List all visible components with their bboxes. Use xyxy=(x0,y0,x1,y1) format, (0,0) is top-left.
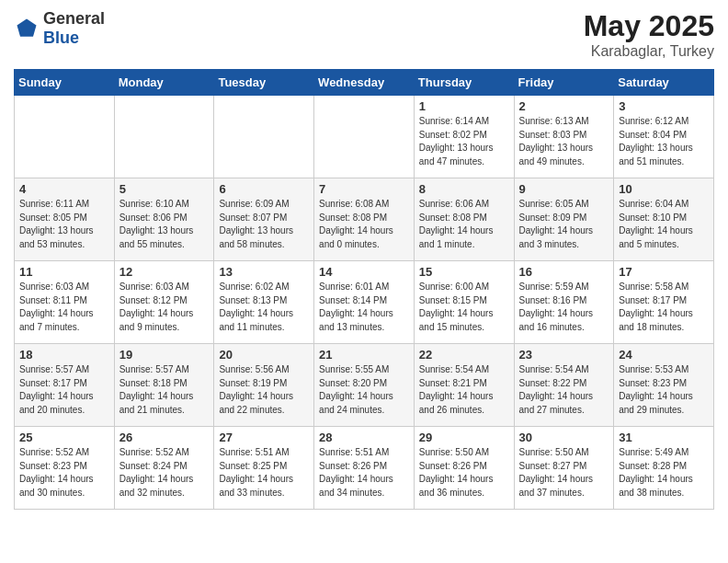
day-number: 12 xyxy=(119,265,210,279)
day-number: 1 xyxy=(419,99,509,113)
day-info: Sunrise: 5:52 AM Sunset: 8:24 PM Dayligh… xyxy=(119,446,210,500)
day-info: Sunrise: 5:57 AM Sunset: 8:17 PM Dayligh… xyxy=(19,363,109,417)
day-number: 17 xyxy=(619,265,709,279)
day-number: 22 xyxy=(419,348,509,362)
logo-icon xyxy=(14,16,40,41)
day-number: 9 xyxy=(519,182,609,196)
day-cell: 24Sunrise: 5:53 AM Sunset: 8:23 PM Dayli… xyxy=(614,344,714,427)
day-cell: 27Sunrise: 5:51 AM Sunset: 8:25 PM Dayli… xyxy=(214,427,314,510)
calendar-table: SundayMondayTuesdayWednesdayThursdayFrid… xyxy=(14,69,714,510)
weekday-header-wednesday: Wednesday xyxy=(314,70,415,96)
day-number: 27 xyxy=(219,431,309,444)
day-cell: 5Sunrise: 6:10 AM Sunset: 8:06 PM Daylig… xyxy=(114,178,214,261)
day-number: 24 xyxy=(619,348,709,362)
day-info: Sunrise: 5:54 AM Sunset: 8:21 PM Dayligh… xyxy=(419,363,509,417)
calendar-location: Karabaglar, Turkey xyxy=(584,43,714,60)
day-number: 15 xyxy=(419,265,509,279)
day-cell: 13Sunrise: 6:02 AM Sunset: 8:13 PM Dayli… xyxy=(214,261,314,344)
day-cell xyxy=(114,96,214,178)
day-info: Sunrise: 6:02 AM Sunset: 8:13 PM Dayligh… xyxy=(219,281,309,334)
calendar-title: May 2025 xyxy=(584,9,714,43)
day-number: 5 xyxy=(119,182,210,196)
day-cell: 10Sunrise: 6:04 AM Sunset: 8:10 PM Dayli… xyxy=(614,178,714,261)
day-number: 14 xyxy=(319,265,409,279)
day-number: 19 xyxy=(119,348,210,362)
day-cell: 21Sunrise: 5:55 AM Sunset: 8:20 PM Dayli… xyxy=(314,344,415,427)
day-info: Sunrise: 5:58 AM Sunset: 8:17 PM Dayligh… xyxy=(619,281,709,334)
day-info: Sunrise: 6:14 AM Sunset: 8:02 PM Dayligh… xyxy=(419,115,509,168)
day-info: Sunrise: 6:11 AM Sunset: 8:05 PM Dayligh… xyxy=(19,198,109,251)
day-number: 16 xyxy=(519,265,609,279)
day-cell: 28Sunrise: 5:51 AM Sunset: 8:26 PM Dayli… xyxy=(314,427,415,510)
day-cell: 9Sunrise: 6:05 AM Sunset: 8:09 PM Daylig… xyxy=(514,178,614,261)
day-info: Sunrise: 5:52 AM Sunset: 8:23 PM Dayligh… xyxy=(19,446,109,500)
weekday-header-sunday: Sunday xyxy=(15,70,115,96)
day-cell: 19Sunrise: 5:57 AM Sunset: 8:18 PM Dayli… xyxy=(114,344,214,427)
day-info: Sunrise: 5:53 AM Sunset: 8:23 PM Dayligh… xyxy=(619,363,709,417)
day-number: 23 xyxy=(519,348,609,362)
day-info: Sunrise: 6:09 AM Sunset: 8:07 PM Dayligh… xyxy=(219,198,309,251)
weekday-header-saturday: Saturday xyxy=(614,70,714,96)
day-cell: 25Sunrise: 5:52 AM Sunset: 8:23 PM Dayli… xyxy=(15,427,115,510)
day-number: 31 xyxy=(619,431,709,444)
day-info: Sunrise: 5:50 AM Sunset: 8:26 PM Dayligh… xyxy=(419,446,509,500)
day-info: Sunrise: 6:12 AM Sunset: 8:04 PM Dayligh… xyxy=(619,115,709,168)
day-number: 13 xyxy=(219,265,309,279)
day-info: Sunrise: 5:51 AM Sunset: 8:25 PM Dayligh… xyxy=(219,446,309,500)
day-cell: 1Sunrise: 6:14 AM Sunset: 8:02 PM Daylig… xyxy=(414,96,514,178)
day-info: Sunrise: 6:03 AM Sunset: 8:11 PM Dayligh… xyxy=(19,281,109,334)
day-info: Sunrise: 5:57 AM Sunset: 8:18 PM Dayligh… xyxy=(119,363,210,417)
page-header: General Blue May 2025 Karabaglar, Turkey xyxy=(14,9,714,60)
day-number: 2 xyxy=(519,99,609,113)
day-cell: 11Sunrise: 6:03 AM Sunset: 8:11 PM Dayli… xyxy=(15,261,115,344)
week-row-3: 11Sunrise: 6:03 AM Sunset: 8:11 PM Dayli… xyxy=(15,261,714,344)
day-cell: 16Sunrise: 5:59 AM Sunset: 8:16 PM Dayli… xyxy=(514,261,614,344)
day-cell: 3Sunrise: 6:12 AM Sunset: 8:04 PM Daylig… xyxy=(614,96,714,178)
title-block: May 2025 Karabaglar, Turkey xyxy=(584,9,714,60)
week-row-2: 4Sunrise: 6:11 AM Sunset: 8:05 PM Daylig… xyxy=(15,178,714,261)
weekday-header-monday: Monday xyxy=(114,70,214,96)
day-info: Sunrise: 5:49 AM Sunset: 8:28 PM Dayligh… xyxy=(619,446,709,500)
day-cell: 4Sunrise: 6:11 AM Sunset: 8:05 PM Daylig… xyxy=(15,178,115,261)
day-info: Sunrise: 6:10 AM Sunset: 8:06 PM Dayligh… xyxy=(119,198,210,251)
day-number: 11 xyxy=(19,265,109,279)
day-cell: 2Sunrise: 6:13 AM Sunset: 8:03 PM Daylig… xyxy=(514,96,614,178)
day-info: Sunrise: 6:13 AM Sunset: 8:03 PM Dayligh… xyxy=(519,115,609,168)
day-info: Sunrise: 5:56 AM Sunset: 8:19 PM Dayligh… xyxy=(219,363,309,417)
day-cell: 15Sunrise: 6:00 AM Sunset: 8:15 PM Dayli… xyxy=(414,261,514,344)
day-cell: 26Sunrise: 5:52 AM Sunset: 8:24 PM Dayli… xyxy=(114,427,214,510)
day-number: 18 xyxy=(19,348,109,362)
day-info: Sunrise: 6:00 AM Sunset: 8:15 PM Dayligh… xyxy=(419,281,509,334)
day-number: 10 xyxy=(619,182,709,196)
week-row-1: 1Sunrise: 6:14 AM Sunset: 8:02 PM Daylig… xyxy=(15,96,714,178)
day-number: 30 xyxy=(519,431,609,444)
day-info: Sunrise: 6:01 AM Sunset: 8:14 PM Dayligh… xyxy=(319,281,409,334)
week-row-4: 18Sunrise: 5:57 AM Sunset: 8:17 PM Dayli… xyxy=(15,344,714,427)
weekday-header-row: SundayMondayTuesdayWednesdayThursdayFrid… xyxy=(15,70,714,96)
day-number: 28 xyxy=(319,431,409,444)
day-info: Sunrise: 6:06 AM Sunset: 8:08 PM Dayligh… xyxy=(419,198,509,251)
day-info: Sunrise: 5:55 AM Sunset: 8:20 PM Dayligh… xyxy=(319,363,409,417)
day-cell: 29Sunrise: 5:50 AM Sunset: 8:26 PM Dayli… xyxy=(414,427,514,510)
day-number: 7 xyxy=(319,182,409,196)
weekday-header-thursday: Thursday xyxy=(414,70,514,96)
day-cell: 20Sunrise: 5:56 AM Sunset: 8:19 PM Dayli… xyxy=(214,344,314,427)
day-cell: 7Sunrise: 6:08 AM Sunset: 8:08 PM Daylig… xyxy=(314,178,415,261)
day-cell xyxy=(214,96,314,178)
day-number: 29 xyxy=(419,431,509,444)
day-number: 20 xyxy=(219,348,309,362)
day-info: Sunrise: 5:54 AM Sunset: 8:22 PM Dayligh… xyxy=(519,363,609,417)
day-cell: 12Sunrise: 6:03 AM Sunset: 8:12 PM Dayli… xyxy=(114,261,214,344)
day-info: Sunrise: 6:03 AM Sunset: 8:12 PM Dayligh… xyxy=(119,281,210,334)
day-number: 21 xyxy=(319,348,409,362)
week-row-5: 25Sunrise: 5:52 AM Sunset: 8:23 PM Dayli… xyxy=(15,427,714,510)
weekday-header-tuesday: Tuesday xyxy=(214,70,314,96)
day-cell: 14Sunrise: 6:01 AM Sunset: 8:14 PM Dayli… xyxy=(314,261,415,344)
day-cell: 18Sunrise: 5:57 AM Sunset: 8:17 PM Dayli… xyxy=(15,344,115,427)
logo-general-text: General xyxy=(43,9,105,28)
day-cell: 6Sunrise: 6:09 AM Sunset: 8:07 PM Daylig… xyxy=(214,178,314,261)
logo-blue-text: Blue xyxy=(43,29,79,47)
day-cell: 8Sunrise: 6:06 AM Sunset: 8:08 PM Daylig… xyxy=(414,178,514,261)
day-cell: 17Sunrise: 5:58 AM Sunset: 8:17 PM Dayli… xyxy=(614,261,714,344)
day-info: Sunrise: 6:05 AM Sunset: 8:09 PM Dayligh… xyxy=(519,198,609,251)
